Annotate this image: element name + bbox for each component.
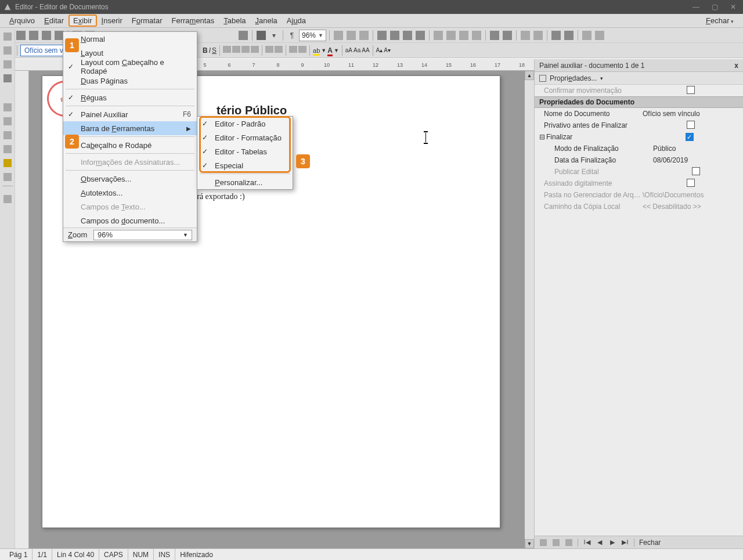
prop-data-fin-value[interactable]: 08/06/2019 (653, 156, 738, 164)
tb-icon-h[interactable] (432, 30, 444, 41)
menuitem-cabecalho-rodape[interactable]: Cabeçalho e Rodapé (63, 138, 197, 152)
list-bul-icon[interactable] (275, 46, 283, 55)
italic-icon[interactable]: I (209, 46, 211, 55)
case1-icon[interactable]: aA (345, 47, 352, 53)
save-icon[interactable] (28, 30, 39, 41)
zoom-menu-combo[interactable]: 96% ▼ (93, 230, 192, 240)
auxfoot-icon-2[interactable] (552, 539, 560, 547)
maximize-icon[interactable]: ▢ (710, 3, 719, 11)
nav-next-icon[interactable]: ▶ (608, 539, 616, 547)
scroll-down-icon[interactable]: ▼ (525, 539, 534, 548)
table-drop-icon[interactable]: ▾ (268, 30, 280, 41)
auxfoot-fechar[interactable]: Fechar (639, 539, 661, 547)
v-icon-8[interactable] (2, 144, 13, 154)
v-icon-2[interactable] (2, 45, 13, 56)
v-icon-9[interactable] (2, 158, 13, 168)
nav-prev-icon[interactable]: ◀ (596, 539, 604, 547)
menuitem-painel-auxiliar[interactable]: ✓Painel AuxiliarF6 (63, 107, 197, 121)
fontcolor-drop-icon[interactable]: ▼ (334, 48, 339, 53)
refresh-icon[interactable] (237, 30, 249, 41)
prop-assin-dig-checkbox[interactable] (687, 179, 695, 187)
prop-confirm-mov-checkbox[interactable] (687, 86, 695, 94)
aux-close-icon[interactable]: x (734, 62, 738, 70)
submenuitem-editor-formatacao[interactable]: ✓Editor - Formatação (197, 131, 293, 144)
v-icon-7[interactable] (2, 130, 13, 140)
grow-font-icon[interactable]: A▴ (376, 47, 383, 53)
tb-icon-c[interactable] (358, 30, 370, 41)
tb-icon-p[interactable] (550, 30, 562, 41)
menuitem-barra-ferramentas[interactable]: Barra de Ferramentas▶ (63, 121, 197, 135)
submenuitem-personalizar[interactable]: Personalizar... (197, 175, 293, 189)
v-icon-5[interactable] (2, 102, 13, 113)
tb-icon-i[interactable] (445, 30, 457, 41)
list-num-icon[interactable] (265, 46, 273, 55)
submenuitem-editor-padrao[interactable]: ✓Editor - Padrão (197, 117, 293, 131)
tb-icon-l[interactable] (489, 30, 500, 41)
tb-icon-j[interactable] (458, 30, 470, 41)
align-left-icon[interactable] (223, 46, 231, 55)
menu-fechar[interactable]: Fechar (701, 15, 738, 27)
menu-inserir[interactable]: Inserir (97, 15, 127, 27)
prop-nome-doc-value[interactable]: Ofício sem vínculo (643, 110, 738, 118)
tb-icon-m[interactable] (502, 30, 513, 41)
tb-icon-f[interactable] (402, 30, 413, 41)
submenuitem-especial[interactable]: ✓Especial (197, 158, 293, 172)
tb-icon-a[interactable] (333, 30, 344, 41)
zoom-combo[interactable]: 96% ▼ (299, 30, 326, 41)
submenuitem-editor-tabelas[interactable]: ✓Editor - Tabelas (197, 144, 293, 158)
menuitem-observacoes[interactable]: Observações... (63, 172, 197, 186)
v-icon-6[interactable] (2, 116, 13, 127)
open-icon[interactable] (15, 30, 27, 41)
menu-ferramentas[interactable]: Ferramentas (167, 15, 219, 27)
v-icon-1[interactable] (2, 31, 13, 42)
menuitem-autotextos[interactable]: Autotextos... (63, 186, 197, 200)
menu-ajuda[interactable]: Ajuda (282, 15, 311, 27)
case2-icon[interactable]: Aa (354, 47, 360, 53)
case3-icon[interactable]: AA (362, 47, 369, 53)
menuitem-reguas[interactable]: ✓Réguas (63, 91, 197, 104)
tb-icon-n[interactable] (520, 30, 531, 41)
table-icon[interactable] (255, 30, 267, 41)
highlight-drop-icon[interactable]: ▼ (321, 48, 326, 53)
menu-editar[interactable]: Editar (39, 15, 68, 27)
nav-last-icon[interactable]: ▶I (621, 539, 629, 547)
tb-icon-b[interactable] (345, 30, 357, 41)
bold-icon[interactable]: B (203, 46, 208, 55)
v-icon-10[interactable] (2, 172, 13, 182)
tb-icon-o[interactable] (532, 30, 544, 41)
menu-exibir[interactable]: Exibir (68, 15, 97, 27)
properties-dropdown[interactable]: Propriedades... ▾ (535, 72, 743, 85)
menu-formatar[interactable]: Formatar (127, 15, 167, 27)
export-icon[interactable] (41, 30, 52, 41)
v-icon-11[interactable] (2, 194, 13, 204)
prop-finalizar-checkbox[interactable] (686, 133, 694, 141)
nav-first-icon[interactable]: I◀ (583, 539, 591, 547)
scroll-up-icon[interactable]: ▲ (525, 71, 534, 80)
prop-priv-fin-checkbox[interactable] (687, 121, 695, 129)
menuitem-layout-cab-rod[interactable]: ✓Layout com Cabeçalho e Rodapé (63, 60, 197, 74)
tb-icon-k[interactable] (471, 30, 482, 41)
v-icon-4[interactable] (2, 73, 13, 84)
menu-janela[interactable]: Janela (251, 15, 282, 27)
align-justify-icon[interactable] (251, 46, 259, 55)
v-icon-3[interactable] (2, 59, 13, 70)
shrink-font-icon[interactable]: A▾ (384, 47, 391, 53)
tb-icon-g[interactable] (414, 30, 426, 41)
menuitem-campos-documento[interactable]: Campos do documento... (63, 214, 197, 227)
prop-modo-fin-value[interactable]: Público (653, 144, 738, 153)
minimize-icon[interactable]: — (692, 3, 700, 11)
vertical-scrollbar[interactable]: ▲ ▼ (525, 71, 534, 548)
indent-icon[interactable] (298, 46, 306, 55)
auxfoot-icon-3[interactable] (565, 539, 573, 547)
menu-tabela[interactable]: Tabela (219, 15, 250, 27)
pilcrow-icon[interactable]: ¶ (286, 30, 298, 41)
underline-icon[interactable]: S (212, 46, 217, 55)
highlight-icon[interactable]: ab (313, 46, 320, 55)
tb-icon-d[interactable] (376, 30, 388, 41)
prop-pub-edital-checkbox[interactable] (692, 167, 700, 175)
tb-icon-e[interactable] (389, 30, 401, 41)
menuitem-duas-paginas[interactable]: Duas Páginas (63, 74, 197, 88)
fontcolor-icon[interactable]: A (327, 46, 333, 55)
align-center-icon[interactable] (232, 46, 240, 55)
menuitem-normal[interactable]: Normal (63, 32, 197, 46)
